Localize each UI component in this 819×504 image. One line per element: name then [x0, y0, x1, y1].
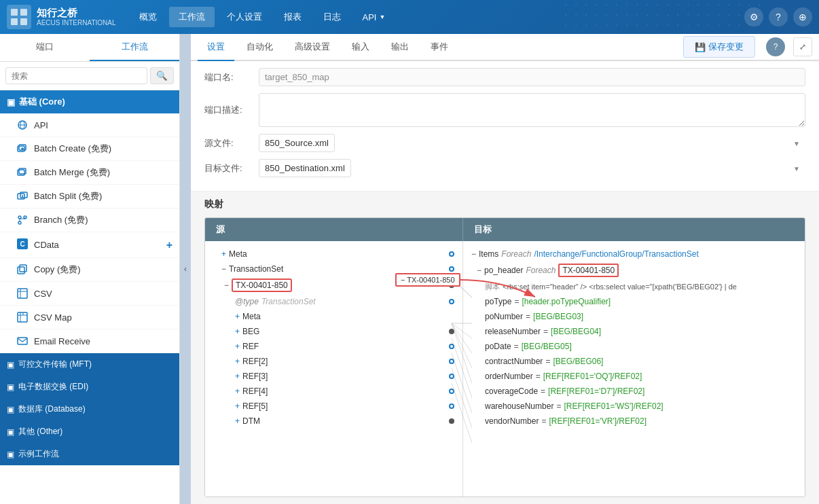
sidebar-item-csv[interactable]: CSV: [0, 282, 179, 306]
sidebar-item-email-receive[interactable]: Email Receive: [0, 329, 179, 353]
tree-plus-meta2[interactable]: +: [235, 312, 240, 321]
form-row-port-name: 端口名:: [204, 68, 805, 86]
nav-item-api[interactable]: API ▼: [353, 7, 395, 27]
sidebar-group-other[interactable]: ▣ 其他 (Other): [0, 420, 179, 443]
source-header: 源: [205, 218, 463, 241]
tab-workflows[interactable]: 工作流: [90, 34, 179, 61]
sidebar-item-csv-map[interactable]: CSV Map: [0, 306, 179, 329]
sub-tabs-bar: 设置 自动化 高级设置 输入 输出 事件 💾 保存变更 ? ⤢: [191, 34, 819, 61]
logo: 知行之桥 AECUS INTERNATIONAL: [7, 5, 116, 29]
target-releasenumber: releaseNumber = [BEG/BEG04]: [466, 324, 805, 339]
tree-plus-beg[interactable]: +: [235, 327, 240, 336]
tree-dot-type: [449, 299, 454, 304]
sidebar-item-copy[interactable]: Copy (免费): [0, 258, 179, 282]
tab-automation[interactable]: 自动化: [237, 34, 283, 61]
settings-icon[interactable]: ⚙: [744, 7, 763, 26]
tab-settings[interactable]: 设置: [198, 34, 234, 61]
sidebar-group-mft[interactable]: ▣ 可控文件传输 (MFT): [0, 353, 179, 376]
svg-point-18: [18, 221, 21, 224]
form-row-port-desc: 端口描述:: [204, 93, 805, 127]
target-file-select[interactable]: 850_Destination.xml: [259, 159, 351, 177]
tree-item-beg: + BEG: [205, 324, 462, 339]
port-name-input[interactable]: [259, 68, 805, 86]
grid-icon-mft: ▣: [7, 360, 14, 370]
api-dropdown-icon: ▼: [379, 14, 385, 20]
tree-minus-tx[interactable]: −: [224, 281, 229, 290]
tree-dot-ref5: [449, 403, 454, 409]
nav-item-overview[interactable]: 概览: [130, 7, 166, 27]
form-row-target-file: 目标文件: 850_Destination.xml: [204, 159, 805, 177]
tree-item-meta2: + Meta: [205, 309, 462, 324]
red-arrow-svg: [460, 270, 542, 290]
sidebar-item-cdata[interactable]: C CData +: [0, 232, 179, 258]
port-desc-input[interactable]: [259, 93, 805, 127]
tab-advanced[interactable]: 高级设置: [285, 34, 340, 61]
tree-plus-ref2[interactable]: +: [235, 357, 240, 366]
tree-item-ref2: + REF[2]: [205, 354, 462, 369]
svg-rect-3: [20, 18, 27, 25]
svg-rect-24: [18, 267, 24, 274]
save-icon: 💾: [695, 42, 706, 52]
svg-rect-26: [18, 289, 27, 298]
sidebar-item-batch-merge[interactable]: Batch Merge (免费): [0, 161, 179, 185]
target-vendornumber: vendorNumber = [REF[REF01='VR']/REF02]: [466, 414, 805, 429]
target-header: 目标: [463, 218, 805, 241]
source-file-select[interactable]: 850_Source.xml: [259, 134, 335, 152]
grid-icon-other: ▣: [7, 427, 14, 437]
nav-item-reports[interactable]: 报表: [274, 7, 311, 27]
target-podate: poDate = [BEG/BEG05]: [466, 339, 805, 354]
tx-highlight-box: TX-00401-850: [232, 278, 292, 292]
email-icon: [16, 335, 29, 347]
sidebar-group-examples[interactable]: ▣ 示例工作流: [0, 443, 179, 465]
external-link-button[interactable]: ⤢: [793, 37, 812, 56]
branch-icon: [16, 214, 29, 226]
grid-icon-edi: ▣: [7, 382, 14, 392]
sidebar-item-api[interactable]: API: [0, 113, 179, 137]
sidebar-group-database[interactable]: ▣ 数据库 (Database): [0, 398, 179, 420]
user-icon[interactable]: ⊕: [793, 7, 812, 26]
svg-point-16: [18, 216, 21, 219]
tree-plus-ref3[interactable]: +: [235, 372, 240, 381]
sidebar-item-batch-split[interactable]: Batch Split (免费): [0, 185, 179, 209]
nav-item-settings[interactable]: 个人设置: [217, 7, 272, 27]
tree-plus-ref[interactable]: +: [235, 342, 240, 351]
batch-create-icon: [16, 143, 29, 155]
target-potype: poType = [header.poTypeQualifier]: [466, 294, 805, 309]
nav-item-logs[interactable]: 日志: [314, 7, 350, 27]
grid-icon-db: ▣: [7, 405, 14, 414]
svg-rect-14: [20, 192, 27, 198]
search-button[interactable]: 🔍: [150, 67, 174, 84]
grid-icon-examples: ▣: [7, 450, 14, 459]
sidebar-item-branch[interactable]: Branch (免费): [0, 209, 179, 232]
cdata-add-icon[interactable]: +: [166, 239, 172, 251]
tx-box: − TX-00401-850: [395, 273, 460, 287]
tree-plus-dtm[interactable]: +: [235, 416, 240, 426]
csv-map-icon: [16, 311, 29, 323]
tree-plus-ref5[interactable]: +: [235, 401, 240, 411]
tree-item-type: @type TransactionSet: [205, 294, 462, 309]
tree-plus-ref4[interactable]: +: [235, 386, 240, 396]
tree-item-meta: + Meta: [205, 247, 462, 262]
mapping-header: 源 目标: [205, 218, 805, 241]
tx-target-highlight: TX-00401-850: [558, 264, 619, 277]
sidebar-group-edi[interactable]: ▣ 电子数据交换 (EDI): [0, 376, 179, 398]
tab-events[interactable]: 事件: [421, 34, 458, 61]
sidebar: 端口 工作流 🔍 ▣ 基础 (Core) API: [0, 34, 180, 504]
tree-item-ref4: + REF[4]: [205, 384, 462, 399]
nav-item-workflow[interactable]: 工作流: [169, 7, 215, 27]
tab-input[interactable]: 输入: [342, 34, 379, 61]
help-button[interactable]: ?: [766, 37, 785, 56]
tab-output[interactable]: 输出: [382, 34, 418, 61]
tree-minus-ts[interactable]: −: [221, 264, 226, 274]
mapping-title: 映射: [204, 198, 805, 211]
tree-plus-meta[interactable]: +: [221, 249, 226, 259]
sidebar-collapse-button[interactable]: ‹: [180, 34, 191, 504]
search-input[interactable]: [5, 67, 147, 84]
help-icon[interactable]: ?: [769, 7, 788, 26]
tab-ports[interactable]: 端口: [0, 34, 90, 61]
sidebar-item-batch-create[interactable]: Batch Create (免费): [0, 137, 179, 161]
svg-text:C: C: [20, 240, 24, 248]
group-header-core: ▣ 基础 (Core): [0, 90, 179, 113]
save-button[interactable]: 💾 保存变更: [683, 36, 755, 58]
right-panel: 设置 自动化 高级设置 输入 输出 事件 💾 保存变更 ? ⤢ 端口名: 端口描…: [191, 34, 819, 504]
